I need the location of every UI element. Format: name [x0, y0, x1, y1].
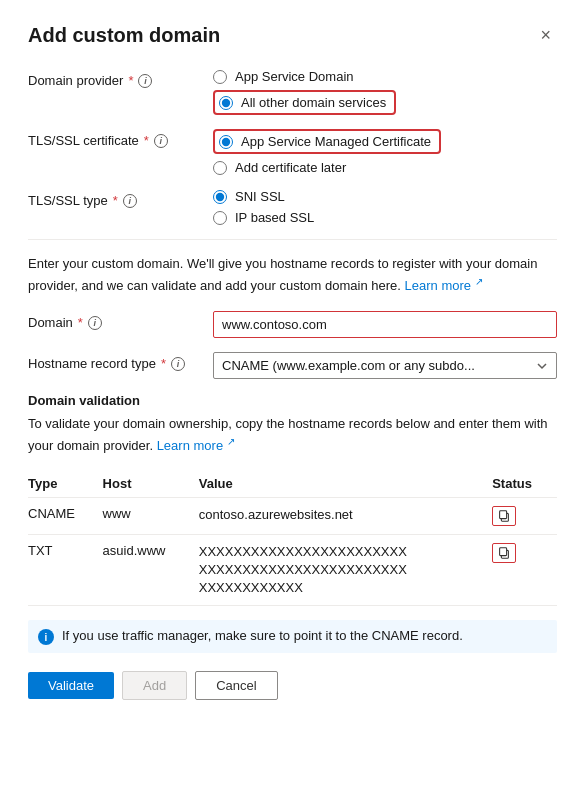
tls-ssl-cert-info-icon[interactable]: i [154, 134, 168, 148]
domain-input[interactable] [213, 311, 557, 338]
svg-rect-1 [500, 510, 507, 518]
domain-field-row: Domain * i [28, 311, 557, 338]
col-host: Host [103, 470, 199, 498]
close-button[interactable]: × [534, 24, 557, 46]
domain-validation-section: Domain validation To validate your domai… [28, 393, 557, 606]
row2-host: asuid.www [103, 534, 199, 606]
info-bar-icon: i [38, 629, 54, 645]
col-status: Status [492, 470, 557, 498]
add-cert-later-label: Add certificate later [235, 160, 346, 175]
row2-copy-button[interactable] [492, 543, 516, 563]
hostname-record-type-controls: CNAME (www.example.com or any subdo... A… [213, 352, 557, 379]
validation-table: Type Host Value Status CNAME www contoso… [28, 470, 557, 607]
domain-validation-desc: To validate your domain ownership, copy … [28, 414, 557, 455]
app-service-managed-cert-option[interactable]: App Service Managed Certificate [213, 129, 557, 154]
table-row: CNAME www contoso.azurewebsites.net [28, 497, 557, 534]
hostname-record-type-row: Hostname record type * i CNAME (www.exam… [28, 352, 557, 379]
row2-type: TXT [28, 534, 103, 606]
copy-icon [497, 509, 511, 523]
copy-icon [497, 546, 511, 560]
required-marker-3: * [113, 193, 118, 208]
description-text: Enter your custom domain. We'll give you… [28, 254, 557, 295]
add-cert-later-option[interactable]: Add certificate later [213, 160, 557, 175]
app-service-domain-radio[interactable] [213, 70, 227, 84]
row2-status [492, 534, 557, 606]
app-service-domain-label: App Service Domain [235, 69, 354, 84]
tls-ssl-type-label: TLS/SSL type * i [28, 189, 213, 208]
app-service-managed-cert-label: App Service Managed Certificate [241, 134, 431, 149]
all-other-domain-services-radio[interactable] [219, 96, 233, 110]
all-other-domain-services-option[interactable]: All other domain services [213, 90, 557, 115]
required-marker: * [128, 73, 133, 88]
row2-value: XXXXXXXXXXXXXXXXXXXXXXXXXXXXXXXXXXXXXXXX… [199, 534, 492, 606]
tls-ssl-type-controls: SNI SSL IP based SSL [213, 189, 557, 225]
hostname-record-type-info-icon[interactable]: i [171, 357, 185, 371]
validate-button[interactable]: Validate [28, 672, 114, 699]
all-other-domain-services-label: All other domain services [241, 95, 386, 110]
app-service-domain-option[interactable]: App Service Domain [213, 69, 557, 84]
row1-type: CNAME [28, 497, 103, 534]
add-cert-later-radio[interactable] [213, 161, 227, 175]
add-custom-domain-dialog: Add custom domain × Domain provider * i … [0, 0, 585, 812]
dialog-header: Add custom domain × [28, 24, 557, 47]
tls-ssl-cert-row: TLS/SSL certificate * i App Service Mana… [28, 129, 557, 175]
ip-based-ssl-option[interactable]: IP based SSL [213, 210, 557, 225]
ip-based-ssl-label: IP based SSL [235, 210, 314, 225]
row1-value: contoso.azurewebsites.net [199, 497, 492, 534]
svg-rect-3 [500, 547, 507, 555]
domain-validation-title: Domain validation [28, 393, 557, 408]
validation-learn-more-link[interactable]: Learn more ↗ [157, 438, 235, 453]
tls-ssl-cert-label: TLS/SSL certificate * i [28, 129, 213, 148]
sni-ssl-option[interactable]: SNI SSL [213, 189, 557, 204]
required-marker-2: * [144, 133, 149, 148]
tls-ssl-type-info-icon[interactable]: i [123, 194, 137, 208]
cancel-button[interactable]: Cancel [195, 671, 277, 700]
row1-status [492, 497, 557, 534]
domain-provider-row: Domain provider * i App Service Domain A… [28, 69, 557, 115]
row1-host: www [103, 497, 199, 534]
domain-field-label: Domain * i [28, 311, 213, 330]
row1-copy-button[interactable] [492, 506, 516, 526]
ip-based-ssl-radio[interactable] [213, 211, 227, 225]
hostname-record-type-label: Hostname record type * i [28, 352, 213, 371]
sni-ssl-label: SNI SSL [235, 189, 285, 204]
domain-provider-label: Domain provider * i [28, 69, 213, 88]
info-bar: i If you use traffic manager, make sure … [28, 620, 557, 653]
table-row: TXT asuid.www XXXXXXXXXXXXXXXXXXXXXXXXXX… [28, 534, 557, 606]
divider-1 [28, 239, 557, 240]
domain-provider-controls: App Service Domain All other domain serv… [213, 69, 557, 115]
dialog-title: Add custom domain [28, 24, 220, 47]
footer-buttons: Validate Add Cancel [28, 671, 557, 700]
validation-external-link-icon: ↗ [227, 436, 235, 447]
col-value: Value [199, 470, 492, 498]
app-service-managed-cert-radio[interactable] [219, 135, 233, 149]
tls-ssl-type-row: TLS/SSL type * i SNI SSL IP based SSL [28, 189, 557, 225]
external-link-icon: ↗ [475, 276, 483, 287]
domain-field-controls [213, 311, 557, 338]
add-button: Add [122, 671, 187, 700]
required-marker-5: * [161, 356, 166, 371]
domain-provider-info-icon[interactable]: i [138, 74, 152, 88]
domain-field-info-icon[interactable]: i [88, 316, 102, 330]
description-learn-more-link[interactable]: Learn more ↗ [405, 278, 483, 293]
hostname-record-type-select[interactable]: CNAME (www.example.com or any subdo... A… [213, 352, 557, 379]
info-bar-text: If you use traffic manager, make sure to… [62, 628, 463, 643]
tls-ssl-cert-controls: App Service Managed Certificate Add cert… [213, 129, 557, 175]
required-marker-4: * [78, 315, 83, 330]
col-type: Type [28, 470, 103, 498]
sni-ssl-radio[interactable] [213, 190, 227, 204]
